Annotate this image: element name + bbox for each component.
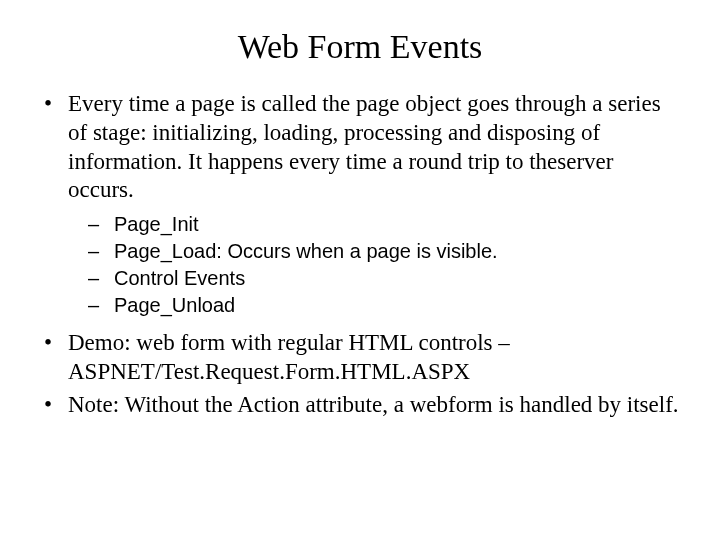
sub-text: Page_Init [114, 211, 680, 238]
sub-text: Control Events [114, 265, 680, 292]
bullet-marker-icon: • [40, 329, 68, 387]
bullet-text: Every time a page is called the page obj… [68, 90, 680, 205]
dash-marker-icon: – [88, 292, 114, 319]
bullet-text: Note: Without the Action attribute, a we… [68, 391, 680, 420]
bullet-item: • Every time a page is called the page o… [40, 90, 680, 205]
bullet-list: • Every time a page is called the page o… [40, 90, 680, 419]
dash-marker-icon: – [88, 211, 114, 238]
dash-marker-icon: – [88, 265, 114, 292]
sub-text: Page_Load: Occurs when a page is visible… [114, 238, 680, 265]
sub-list: – Page_Init – Page_Load: Occurs when a p… [40, 211, 680, 319]
slide-title: Web Form Events [40, 28, 680, 66]
sub-text: Page_Unload [114, 292, 680, 319]
dash-marker-icon: – [88, 238, 114, 265]
bullet-marker-icon: • [40, 90, 68, 205]
bullet-item: • Demo: web form with regular HTML contr… [40, 329, 680, 387]
bullet-item: • Note: Without the Action attribute, a … [40, 391, 680, 420]
bullet-marker-icon: • [40, 391, 68, 420]
sub-item: – Page_Unload [40, 292, 680, 319]
sub-item: – Control Events [40, 265, 680, 292]
sub-item: – Page_Init [40, 211, 680, 238]
sub-item: – Page_Load: Occurs when a page is visib… [40, 238, 680, 265]
bullet-text: Demo: web form with regular HTML control… [68, 329, 680, 387]
